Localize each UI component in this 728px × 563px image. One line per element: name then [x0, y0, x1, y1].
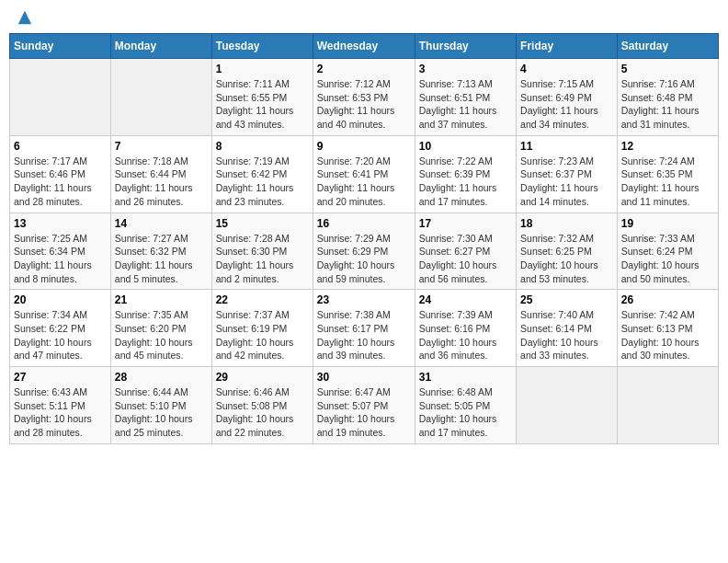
- calendar-cell: 27Sunrise: 6:43 AMSunset: 5:11 PMDayligh…: [10, 367, 111, 444]
- calendar-cell: [110, 59, 211, 136]
- calendar-week-row: 13Sunrise: 7:25 AMSunset: 6:34 PMDayligh…: [10, 213, 719, 290]
- weekday-header: Tuesday: [211, 34, 313, 59]
- day-number: 11: [520, 140, 613, 153]
- weekday-header: Friday: [517, 34, 618, 59]
- day-info: Sunrise: 7:25 AMSunset: 6:34 PMDaylight:…: [14, 232, 107, 286]
- day-info: Sunrise: 7:35 AMSunset: 6:20 PMDaylight:…: [115, 308, 208, 362]
- calendar-header-row: SundayMondayTuesdayWednesdayThursdayFrid…: [10, 34, 719, 59]
- day-info: Sunrise: 7:30 AMSunset: 6:27 PMDaylight:…: [419, 232, 512, 286]
- day-number: 8: [216, 140, 309, 153]
- calendar-cell: 8Sunrise: 7:19 AMSunset: 6:42 PMDaylight…: [211, 135, 313, 213]
- day-info: Sunrise: 7:27 AMSunset: 6:32 PMDaylight:…: [115, 232, 208, 286]
- calendar-cell: [10, 59, 111, 136]
- calendar-cell: 9Sunrise: 7:20 AMSunset: 6:41 PMDaylight…: [313, 135, 415, 213]
- calendar-cell: 12Sunrise: 7:24 AMSunset: 6:35 PMDayligh…: [617, 135, 718, 213]
- day-number: 17: [419, 217, 512, 230]
- calendar-cell: 16Sunrise: 7:29 AMSunset: 6:29 PMDayligh…: [313, 213, 415, 290]
- calendar-cell: 14Sunrise: 7:27 AMSunset: 6:32 PMDayligh…: [110, 213, 211, 290]
- day-number: 7: [115, 140, 208, 153]
- day-info: Sunrise: 7:34 AMSunset: 6:22 PMDaylight:…: [14, 308, 107, 362]
- calendar-cell: [517, 367, 618, 444]
- day-info: Sunrise: 7:38 AMSunset: 6:17 PMDaylight:…: [317, 308, 411, 362]
- day-number: 3: [419, 63, 512, 75]
- day-info: Sunrise: 7:13 AMSunset: 6:51 PMDaylight:…: [419, 77, 512, 132]
- day-number: 9: [317, 140, 411, 153]
- logo: [13, 9, 37, 26]
- day-number: 26: [621, 293, 714, 306]
- calendar-cell: 1Sunrise: 7:11 AMSunset: 6:55 PMDaylight…: [211, 59, 313, 136]
- day-info: Sunrise: 7:20 AMSunset: 6:41 PMDaylight:…: [317, 155, 411, 209]
- day-number: 13: [14, 217, 107, 230]
- calendar-week-row: 1Sunrise: 7:11 AMSunset: 6:55 PMDaylight…: [10, 59, 719, 136]
- calendar-cell: 13Sunrise: 7:25 AMSunset: 6:34 PMDayligh…: [10, 213, 111, 290]
- calendar-table: SundayMondayTuesdayWednesdayThursdayFrid…: [9, 33, 719, 444]
- calendar-cell: 3Sunrise: 7:13 AMSunset: 6:51 PMDaylight…: [415, 59, 516, 136]
- day-info: Sunrise: 7:24 AMSunset: 6:35 PMDaylight:…: [621, 155, 714, 209]
- day-info: Sunrise: 7:29 AMSunset: 6:29 PMDaylight:…: [317, 232, 411, 286]
- day-info: Sunrise: 7:39 AMSunset: 6:16 PMDaylight:…: [419, 308, 512, 362]
- day-info: Sunrise: 7:37 AMSunset: 6:19 PMDaylight:…: [216, 308, 309, 362]
- day-number: 14: [115, 217, 208, 230]
- day-info: Sunrise: 7:18 AMSunset: 6:44 PMDaylight:…: [115, 155, 208, 209]
- day-info: Sunrise: 7:19 AMSunset: 6:42 PMDaylight:…: [216, 155, 309, 209]
- calendar-cell: 18Sunrise: 7:32 AMSunset: 6:25 PMDayligh…: [517, 213, 618, 290]
- day-number: 25: [520, 293, 613, 306]
- day-number: 30: [317, 371, 411, 384]
- calendar-cell: 22Sunrise: 7:37 AMSunset: 6:19 PMDayligh…: [211, 290, 313, 367]
- day-number: 2: [317, 63, 411, 75]
- day-number: 27: [14, 371, 107, 384]
- day-info: Sunrise: 6:47 AMSunset: 5:07 PMDaylight:…: [317, 385, 411, 440]
- page-header: [9, 9, 719, 26]
- logo-icon: [17, 9, 33, 26]
- day-info: Sunrise: 7:28 AMSunset: 6:30 PMDaylight:…: [216, 232, 309, 286]
- weekday-header: Saturday: [617, 34, 718, 59]
- calendar-cell: [617, 367, 718, 444]
- calendar-cell: 21Sunrise: 7:35 AMSunset: 6:20 PMDayligh…: [110, 290, 211, 367]
- day-info: Sunrise: 6:48 AMSunset: 5:05 PMDaylight:…: [419, 385, 512, 440]
- calendar-cell: 28Sunrise: 6:44 AMSunset: 5:10 PMDayligh…: [110, 367, 211, 444]
- day-number: 15: [216, 217, 309, 230]
- calendar-cell: 6Sunrise: 7:17 AMSunset: 6:46 PMDaylight…: [10, 135, 111, 213]
- day-info: Sunrise: 7:22 AMSunset: 6:39 PMDaylight:…: [419, 155, 512, 209]
- weekday-header: Wednesday: [313, 34, 415, 59]
- day-number: 1: [216, 63, 309, 75]
- day-info: Sunrise: 7:32 AMSunset: 6:25 PMDaylight:…: [520, 232, 613, 286]
- day-info: Sunrise: 7:33 AMSunset: 6:24 PMDaylight:…: [621, 232, 714, 286]
- calendar-week-row: 6Sunrise: 7:17 AMSunset: 6:46 PMDaylight…: [10, 135, 719, 213]
- calendar-cell: 11Sunrise: 7:23 AMSunset: 6:37 PMDayligh…: [517, 135, 618, 213]
- calendar-cell: 17Sunrise: 7:30 AMSunset: 6:27 PMDayligh…: [415, 213, 516, 290]
- calendar-cell: 25Sunrise: 7:40 AMSunset: 6:14 PMDayligh…: [517, 290, 618, 367]
- day-info: Sunrise: 7:17 AMSunset: 6:46 PMDaylight:…: [14, 155, 107, 209]
- day-number: 31: [419, 371, 512, 384]
- day-number: 4: [520, 63, 613, 75]
- day-number: 10: [419, 140, 512, 153]
- calendar-week-row: 27Sunrise: 6:43 AMSunset: 5:11 PMDayligh…: [10, 367, 719, 444]
- day-info: Sunrise: 7:16 AMSunset: 6:48 PMDaylight:…: [621, 77, 714, 132]
- weekday-header: Thursday: [415, 34, 516, 59]
- calendar-cell: 4Sunrise: 7:15 AMSunset: 6:49 PMDaylight…: [517, 59, 618, 136]
- calendar-cell: 23Sunrise: 7:38 AMSunset: 6:17 PMDayligh…: [313, 290, 415, 367]
- calendar-cell: 2Sunrise: 7:12 AMSunset: 6:53 PMDaylight…: [313, 59, 415, 136]
- svg-marker-0: [18, 11, 31, 24]
- day-info: Sunrise: 6:46 AMSunset: 5:08 PMDaylight:…: [216, 385, 309, 440]
- weekday-header: Sunday: [10, 34, 111, 59]
- day-number: 22: [216, 293, 309, 306]
- calendar-cell: 19Sunrise: 7:33 AMSunset: 6:24 PMDayligh…: [617, 213, 718, 290]
- calendar-cell: 26Sunrise: 7:42 AMSunset: 6:13 PMDayligh…: [617, 290, 718, 367]
- calendar-cell: 29Sunrise: 6:46 AMSunset: 5:08 PMDayligh…: [211, 367, 313, 444]
- weekday-header: Monday: [110, 34, 211, 59]
- day-info: Sunrise: 7:11 AMSunset: 6:55 PMDaylight:…: [216, 77, 309, 132]
- calendar-cell: 7Sunrise: 7:18 AMSunset: 6:44 PMDaylight…: [110, 135, 211, 213]
- day-number: 21: [115, 293, 208, 306]
- day-info: Sunrise: 7:42 AMSunset: 6:13 PMDaylight:…: [621, 308, 714, 362]
- day-info: Sunrise: 7:40 AMSunset: 6:14 PMDaylight:…: [520, 308, 613, 362]
- day-number: 12: [621, 140, 714, 153]
- day-number: 5: [621, 63, 714, 75]
- calendar-cell: 30Sunrise: 6:47 AMSunset: 5:07 PMDayligh…: [313, 367, 415, 444]
- calendar-cell: 10Sunrise: 7:22 AMSunset: 6:39 PMDayligh…: [415, 135, 516, 213]
- calendar-cell: 5Sunrise: 7:16 AMSunset: 6:48 PMDaylight…: [617, 59, 718, 136]
- day-number: 19: [621, 217, 714, 230]
- calendar-week-row: 20Sunrise: 7:34 AMSunset: 6:22 PMDayligh…: [10, 290, 719, 367]
- day-number: 20: [14, 293, 107, 306]
- calendar-cell: 24Sunrise: 7:39 AMSunset: 6:16 PMDayligh…: [415, 290, 516, 367]
